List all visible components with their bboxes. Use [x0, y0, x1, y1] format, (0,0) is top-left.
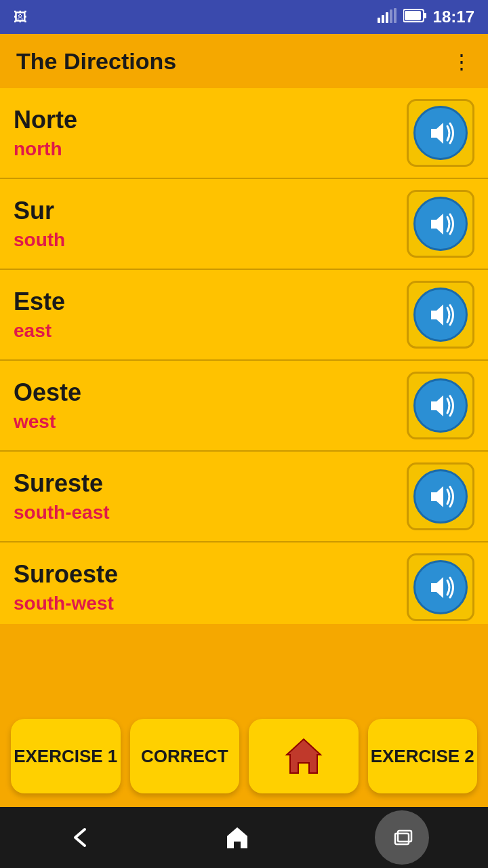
- home-button[interactable]: [249, 719, 359, 793]
- svg-rect-0: [378, 18, 380, 23]
- audio-button-0[interactable]: [407, 99, 474, 167]
- vocab-spanish: Norte: [14, 106, 77, 134]
- back-button[interactable]: [59, 817, 100, 858]
- audio-button-4[interactable]: [407, 462, 474, 530]
- exercise2-button[interactable]: EXERCISE 2: [368, 719, 478, 793]
- vocab-text: Oeste west: [14, 378, 81, 433]
- audio-button-3[interactable]: [407, 372, 474, 439]
- audio-circle: [413, 378, 468, 433]
- system-nav-bar: [0, 807, 488, 868]
- vocab-english: south-west: [14, 593, 118, 614]
- svg-rect-2: [386, 12, 388, 23]
- vocab-item: Sur south: [0, 179, 488, 270]
- vocab-spanish: Este: [14, 288, 65, 316]
- vocab-english: north: [14, 138, 77, 160]
- correct-button[interactable]: CORRECT: [130, 719, 240, 793]
- audio-circle: [413, 197, 468, 251]
- svg-rect-4: [394, 8, 396, 23]
- page-title: The Directions: [16, 48, 176, 75]
- vocab-english: south: [14, 229, 65, 251]
- photo-icon: 🖼: [14, 9, 27, 25]
- audio-circle: [413, 288, 468, 342]
- audio-button-2[interactable]: [407, 281, 474, 349]
- speaker-icon: [426, 391, 456, 421]
- speaker-icon: [426, 481, 456, 512]
- vocab-spanish: Sureste: [14, 469, 110, 498]
- menu-icon[interactable]: ⋮: [451, 50, 472, 73]
- audio-button-5[interactable]: [407, 553, 474, 621]
- content-area: Norte north Sur south: [0, 88, 488, 807]
- svg-marker-8: [287, 739, 321, 773]
- app-header: The Directions ⋮: [0, 34, 488, 88]
- status-bar: 🖼 18:17: [0, 0, 488, 34]
- exercise1-button[interactable]: EXERCISE 1: [11, 719, 121, 793]
- vocab-item: Suroeste south-west: [0, 542, 488, 624]
- vocab-english: south-east: [14, 502, 110, 524]
- battery-icon: [403, 8, 426, 26]
- vocab-english: east: [14, 320, 65, 342]
- vocab-list: Norte north Sur south: [0, 88, 488, 624]
- svg-rect-6: [424, 13, 426, 18]
- home-icon: [283, 736, 324, 776]
- vocab-text: Sureste south-east: [14, 469, 110, 524]
- vocab-item: Sureste south-east: [0, 452, 488, 542]
- svg-rect-7: [405, 11, 421, 20]
- vocab-spanish: Sur: [14, 197, 65, 225]
- action-buttons: EXERCISE 1 CORRECT EXERCISE 2: [0, 705, 488, 807]
- audio-circle: [413, 469, 468, 524]
- speaker-icon: [426, 209, 456, 239]
- speaker-icon: [426, 118, 456, 149]
- time-display: 18:17: [433, 7, 474, 26]
- svg-rect-1: [382, 15, 384, 23]
- audio-circle: [413, 106, 468, 160]
- vocab-item: Norte north: [0, 88, 488, 179]
- speaker-icon: [426, 300, 456, 330]
- vocab-spanish: Oeste: [14, 378, 81, 407]
- empty-space: [0, 624, 488, 705]
- vocab-text: Este east: [14, 288, 65, 342]
- speaker-icon: [426, 572, 456, 603]
- vocab-item: Este east: [0, 270, 488, 361]
- recents-button[interactable]: [375, 810, 429, 865]
- signal-icon: [378, 8, 396, 26]
- vocab-spanish: Suroeste: [14, 560, 118, 589]
- vocab-text: Norte north: [14, 106, 77, 160]
- audio-button-1[interactable]: [407, 190, 474, 258]
- audio-circle: [413, 560, 468, 614]
- svg-rect-3: [390, 9, 392, 23]
- home-nav-button[interactable]: [217, 817, 258, 858]
- vocab-item: Oeste west: [0, 361, 488, 452]
- vocab-text: Suroeste south-west: [14, 560, 118, 614]
- vocab-english: west: [14, 411, 81, 433]
- vocab-text: Sur south: [14, 197, 65, 251]
